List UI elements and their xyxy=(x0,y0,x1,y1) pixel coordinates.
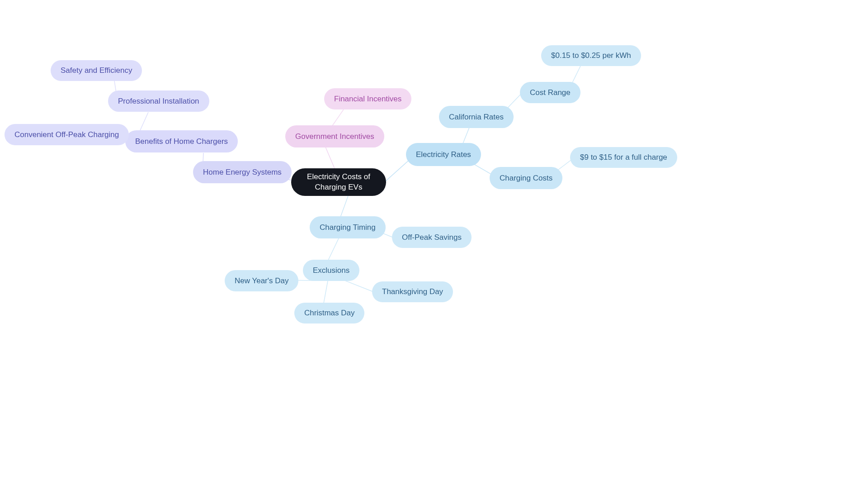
node-label: Government Incentives xyxy=(295,132,374,141)
node-electricity-rates[interactable]: Electricity Rates xyxy=(406,143,481,166)
node-financial-incentives[interactable]: Financial Incentives xyxy=(324,88,411,109)
node-government-incentives[interactable]: Government Incentives xyxy=(285,125,384,147)
node-label: Electricity Rates xyxy=(416,150,471,159)
node-label: $9 to $15 for a full charge xyxy=(580,153,667,162)
node-label: Charging Timing xyxy=(320,223,376,232)
node-label: Convenient Off-Peak Charging xyxy=(14,130,119,139)
node-california-rates[interactable]: California Rates xyxy=(439,106,514,128)
node-label: Christmas Day xyxy=(304,309,354,318)
node-exclusions[interactable]: Exclusions xyxy=(303,260,359,281)
node-thanksgiving[interactable]: Thanksgiving Day xyxy=(372,281,453,302)
node-benefits-home-chargers[interactable]: Benefits of Home Chargers xyxy=(125,130,238,152)
node-label: California Rates xyxy=(449,113,504,122)
node-label: New Year's Day xyxy=(235,276,288,285)
node-label: Charging Costs xyxy=(500,174,552,183)
node-home-energy[interactable]: Home Energy Systems xyxy=(193,161,292,183)
node-safety-efficiency[interactable]: Safety and Efficiency xyxy=(51,60,142,81)
node-label: $0.15 to $0.25 per kWh xyxy=(551,51,631,60)
node-label: Safety and Efficiency xyxy=(61,66,132,75)
node-new-years[interactable]: New Year's Day xyxy=(225,270,298,291)
node-christmas[interactable]: Christmas Day xyxy=(294,303,364,323)
node-label: Off-Peak Savings xyxy=(402,233,462,242)
node-label: Benefits of Home Chargers xyxy=(135,137,228,146)
node-charging-costs-value[interactable]: $9 to $15 for a full charge xyxy=(570,147,677,168)
node-label: Cost Range xyxy=(530,88,571,97)
root-node[interactable]: Electricity Costs of Charging EVs xyxy=(291,168,386,196)
node-charging-timing[interactable]: Charging Timing xyxy=(310,216,386,238)
node-professional-installation[interactable]: Professional Installation xyxy=(108,90,209,112)
node-label: Exclusions xyxy=(313,266,349,275)
node-charging-costs[interactable]: Charging Costs xyxy=(490,167,562,189)
svg-line-12 xyxy=(326,147,335,168)
node-convenient-off-peak[interactable]: Convenient Off-Peak Charging xyxy=(5,124,129,145)
svg-line-6 xyxy=(340,196,348,217)
svg-line-17 xyxy=(140,112,148,130)
node-label: Financial Incentives xyxy=(334,95,401,104)
node-cost-range[interactable]: Cost Range xyxy=(520,82,580,103)
svg-line-10 xyxy=(324,281,328,303)
svg-line-13 xyxy=(332,109,344,126)
root-label: Electricity Costs of Charging EVs xyxy=(301,172,376,193)
svg-line-8 xyxy=(328,238,339,260)
node-cost-range-value[interactable]: $0.15 to $0.25 per kWh xyxy=(541,45,641,66)
node-label: Professional Installation xyxy=(118,97,199,106)
node-label: Thanksgiving Day xyxy=(382,287,443,296)
svg-line-11 xyxy=(344,280,373,292)
node-off-peak-savings[interactable]: Off-Peak Savings xyxy=(392,227,472,248)
node-label: Home Energy Systems xyxy=(203,168,282,177)
